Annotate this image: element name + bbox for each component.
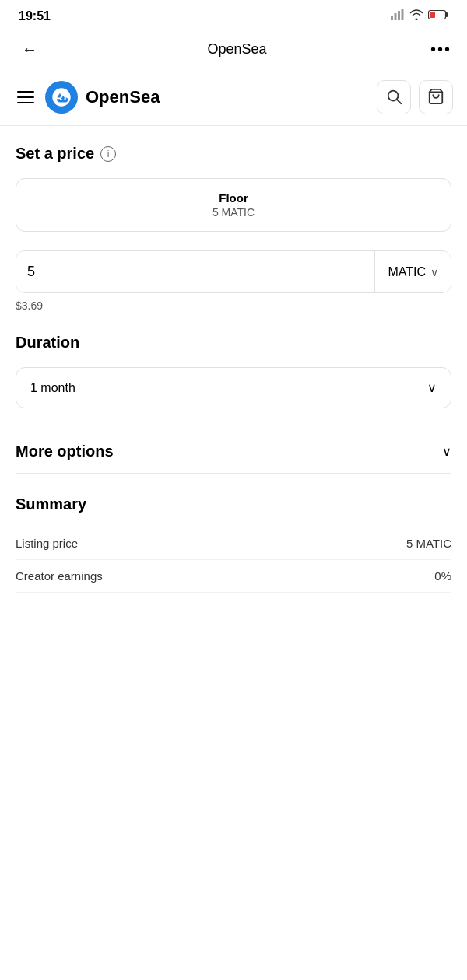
floor-value: 5 MATIC: [29, 206, 438, 219]
listing-price-label: Listing price: [16, 537, 78, 550]
summary-section: Summary Listing price 5 MATIC Creator ea…: [16, 495, 451, 593]
more-options-row[interactable]: More options ∨: [16, 430, 451, 474]
info-icon[interactable]: i: [100, 146, 116, 162]
more-options-label: More options: [16, 443, 114, 460]
cart-button[interactable]: [419, 80, 453, 114]
status-icons: [391, 9, 448, 23]
creator-earnings-label: Creator earnings: [16, 569, 103, 583]
hamburger-menu[interactable]: [14, 88, 37, 107]
summary-row-listing: Listing price 5 MATIC: [16, 527, 451, 560]
floor-card: Floor 5 MATIC: [16, 178, 451, 232]
duration-value: 1 month: [30, 381, 75, 395]
more-options-chevron: ∨: [442, 444, 451, 459]
more-button[interactable]: •••: [430, 40, 451, 58]
svg-rect-2: [398, 11, 400, 20]
battery-icon: [428, 9, 448, 23]
summary-title: Summary: [16, 495, 451, 513]
search-button[interactable]: [377, 80, 411, 114]
listing-price-value: 5 MATIC: [406, 537, 451, 550]
svg-line-8: [397, 100, 401, 103]
currency-chevron: ∨: [430, 266, 438, 278]
svg-rect-5: [446, 12, 448, 17]
wifi-icon: [409, 9, 423, 23]
status-bar: 19:51: [0, 0, 467, 30]
summary-row-creator: Creator earnings 0%: [16, 560, 451, 593]
status-time: 19:51: [19, 9, 51, 23]
currency-selector[interactable]: MATIC ∨: [374, 251, 451, 292]
price-input[interactable]: [16, 251, 374, 292]
duration-selector[interactable]: 1 month ∨: [16, 367, 451, 408]
currency-label: MATIC: [388, 265, 426, 279]
nav-bar: ← OpenSea •••: [0, 30, 467, 69]
app-header-left: OpenSea: [14, 81, 160, 114]
duration-chevron: ∨: [427, 380, 437, 395]
duration-title: Duration: [16, 334, 451, 352]
svg-rect-3: [402, 9, 404, 20]
signal-icon: [391, 9, 405, 23]
svg-rect-1: [395, 13, 397, 20]
nav-title: OpenSea: [207, 41, 266, 58]
set-price-title: Set a price i: [16, 145, 451, 163]
app-header-right: [377, 80, 453, 114]
creator-earnings-value: 0%: [434, 569, 451, 583]
svg-rect-0: [391, 16, 393, 20]
usd-value: $3.69: [16, 299, 451, 312]
main-content: Set a price i Floor 5 MATIC MATIC ∨ $3.6…: [0, 126, 467, 611]
opensea-logo: [45, 81, 78, 114]
floor-label: Floor: [29, 191, 438, 205]
search-icon: [385, 88, 402, 107]
back-button[interactable]: ←: [16, 37, 44, 61]
brand-name: OpenSea: [86, 87, 160, 107]
cart-icon: [427, 88, 444, 107]
price-input-row: MATIC ∨: [16, 250, 451, 293]
svg-rect-6: [430, 12, 435, 18]
app-header: OpenSea: [0, 69, 467, 126]
